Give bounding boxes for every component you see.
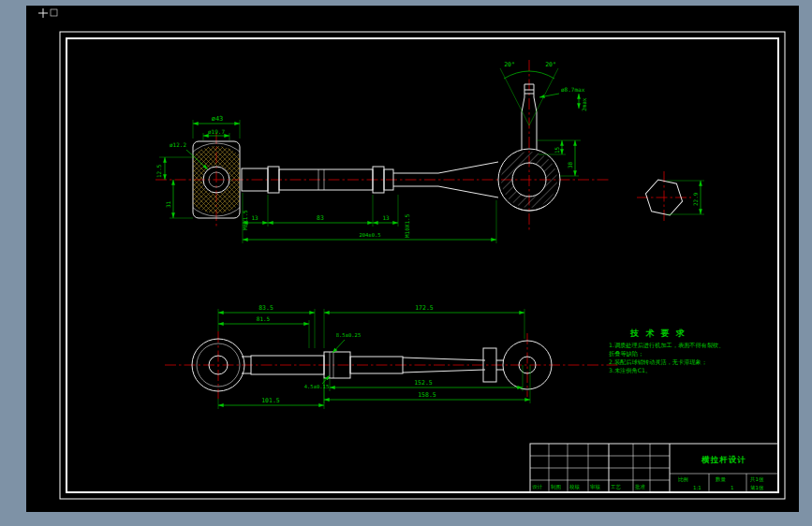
dim-15: 15: [554, 146, 560, 153]
dim-81-5: 81.5: [257, 315, 271, 322]
dim-13-right: 13: [382, 214, 390, 221]
dim-angle-left: 20°: [504, 61, 515, 68]
dim-2max: 2max: [581, 97, 587, 111]
cad-drawing: ø43 ø19.7 ø12.2 12.5 31: [0, 0, 812, 526]
dim-d12-2: ø12.2: [170, 141, 186, 148]
dim-d43: ø43: [212, 115, 224, 123]
cell-draft: 制图: [551, 484, 561, 490]
drawing-frame: [0, 0, 812, 526]
dim-d19-7: ø19.7: [208, 128, 225, 135]
cell-qty-value: 1: [731, 485, 734, 490]
cell-approve: 批准: [635, 484, 646, 490]
dim-total-length: 204±0.5: [359, 232, 380, 238]
dim-m8: M8X1.5: [242, 210, 248, 230]
cell-check: 校核: [568, 484, 581, 489]
dim-8-5: 8.5±0.25: [336, 332, 362, 338]
cell-sheet-no: 第1张: [750, 485, 764, 491]
cell-scale-label: 比例: [678, 476, 688, 483]
dim-101-5: 101.5: [261, 397, 280, 404]
cell-process: 工艺: [611, 484, 622, 489]
dim-13-left: 13: [251, 214, 258, 221]
note-line-1: 1.调质处理后进行机加工，表面不得有裂纹、: [609, 342, 724, 349]
cell-design: 设计: [532, 484, 543, 489]
dim-152-5: 152.5: [414, 379, 433, 387]
notes-title: 技 术 要 求: [629, 329, 686, 338]
cell-qty-label: 数量: [716, 476, 727, 482]
dim-v12-5: 12.5: [155, 164, 162, 178]
drawing-canvas: [26, 6, 799, 512]
dim-m10: M10X1.5: [404, 213, 410, 238]
note-line-3: 2.装配后球销转动灵活，无卡滞现象；: [609, 358, 707, 366]
dim-158-5: 158.5: [418, 391, 436, 399]
dim-v31: 31: [165, 200, 171, 208]
dim-172-5: 172.5: [415, 304, 434, 312]
dim-angle-right: 20°: [545, 61, 556, 68]
cad-viewport: ø43 ø19.7 ø12.2 12.5 31: [0, 0, 812, 526]
note-line-4: 3.未注倒角C1。: [609, 367, 651, 374]
cell-scale-value: 1:1: [693, 485, 701, 490]
cell-audit: 审核: [590, 484, 601, 489]
dim-83-5: 83.5: [258, 304, 273, 312]
dim-38: 38: [567, 161, 573, 168]
drawing-title: 横拉杆设计: [701, 455, 746, 464]
dim-hex-22-9: 22.9: [692, 192, 699, 206]
dim-d8-7max: ø8.7max: [561, 86, 585, 93]
dim-83: 83: [317, 214, 324, 222]
dim-4-5: 4.5±0.15: [304, 384, 330, 389]
note-line-2: 折叠等缺陷；: [609, 350, 643, 358]
cell-sheet-total: 共1张: [749, 476, 764, 483]
